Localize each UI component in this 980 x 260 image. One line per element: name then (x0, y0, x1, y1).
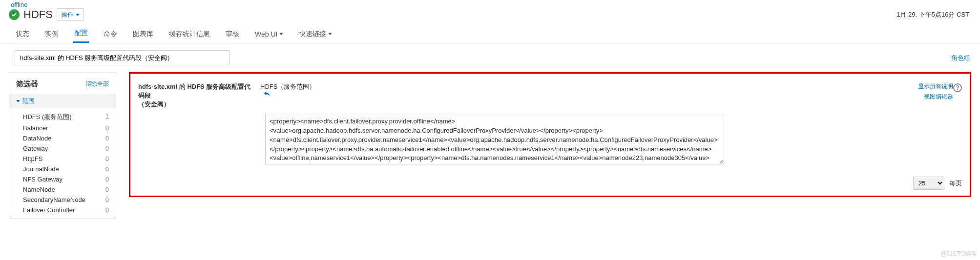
filter-item-count: 0 (105, 206, 109, 214)
tab-webui-label: Web UI (255, 30, 277, 38)
chevron-down-icon (16, 100, 20, 102)
filter-item-name: HttpFS (23, 155, 42, 162)
config-detail-panel: hdfs-site.xml 的 HDFS 服务高级配置代码段 （安全阀） HDF… (129, 72, 971, 197)
filter-item[interactable]: JournalNode0 (9, 164, 116, 174)
page-size-select[interactable]: 25 (913, 177, 944, 190)
show-all-descriptions-link[interactable]: 显示所有说明 (918, 82, 953, 91)
filter-item-name: Gateway (23, 145, 48, 152)
filter-item-count: 0 (105, 196, 109, 203)
page-title: HDFS (23, 8, 53, 21)
tab-bar: 状态 实例 配置 命令 图表库 缓存统计信息 审核 Web UI 快速链接 (0, 24, 980, 43)
filter-section-label: 范围 (22, 97, 35, 105)
filter-item[interactable]: NFS Gateway0 (9, 174, 116, 184)
operations-label: 操作 (61, 10, 74, 19)
config-xml-textarea[interactable]: <property><name>dfs.client.failover.prox… (265, 114, 724, 164)
tab-audit[interactable]: 审核 (225, 24, 240, 43)
help-icon[interactable]: ? (953, 83, 962, 92)
filter-item-count: 0 (105, 165, 109, 173)
filter-item-name: NFS Gateway (23, 176, 63, 183)
tab-quicklinks-label: 快速链接 (299, 30, 326, 39)
filter-item-count: 0 (105, 186, 109, 193)
breadcrumb-cluster[interactable]: offline (11, 1, 27, 8)
tab-commands[interactable]: 命令 (103, 24, 118, 43)
filter-item[interactable]: SecondaryNameNode0 (9, 195, 116, 205)
filter-item[interactable]: HDFS (服务范围)1 (9, 111, 116, 123)
tab-cache-stats[interactable]: 缓存统计信息 (168, 24, 211, 43)
filter-item[interactable]: Balancer0 (9, 123, 116, 133)
chevron-down-icon (328, 33, 332, 35)
filter-section-scope[interactable]: 范围 (9, 94, 116, 108)
filter-item-name: NameNode (23, 186, 55, 193)
filter-item-name: Balancer (23, 124, 48, 132)
config-scope-label: HDFS（服务范围） (260, 83, 315, 90)
tab-config[interactable]: 配置 (73, 24, 89, 43)
tab-status[interactable]: 状态 (15, 24, 30, 43)
tab-webui[interactable]: Web UI (254, 24, 284, 43)
filter-item-name: SecondaryNameNode (23, 196, 85, 203)
role-group-link[interactable]: 角色组 (951, 54, 970, 62)
tab-quicklinks[interactable]: 快速链接 (298, 24, 333, 43)
filter-item-count: 0 (105, 155, 109, 162)
filter-title: 筛选器 (16, 80, 38, 89)
filter-item-count: 0 (105, 124, 109, 132)
filter-item[interactable]: DataNode0 (9, 133, 116, 143)
filter-item[interactable]: Failover Controller0 (9, 205, 116, 215)
filter-item-name: DataNode (23, 135, 52, 142)
clear-all-link[interactable]: 清除全部 (85, 80, 109, 88)
per-page-label: 每页 (949, 179, 962, 188)
config-property-label: hdfs-site.xml 的 HDFS 服务高级配置代码段 （安全阀） (138, 82, 260, 109)
config-search-input[interactable] (15, 50, 229, 65)
view-editor-link[interactable]: 视图编辑器 (924, 93, 953, 101)
filter-item-count: 0 (105, 135, 109, 142)
tab-charts[interactable]: 图表库 (132, 24, 154, 43)
operations-dropdown[interactable]: 操作 (57, 8, 84, 21)
tab-instances[interactable]: 实例 (44, 24, 60, 43)
chevron-down-icon (279, 33, 283, 35)
filter-item[interactable]: NameNode0 (9, 184, 116, 195)
filter-item-count: 0 (105, 145, 109, 152)
filter-item-name: HDFS (服务范围) (23, 113, 72, 121)
filter-item-count: 0 (105, 176, 109, 183)
filter-item-name: Failover Controller (23, 206, 75, 214)
filter-item[interactable]: HttpFS0 (9, 154, 116, 164)
filter-item[interactable]: Gateway0 (9, 143, 116, 154)
filter-item-count: 1 (105, 113, 109, 121)
chevron-down-icon (76, 14, 80, 16)
filter-panel: 筛选器 清除全部 范围 HDFS (服务范围)1 Balancer0 DataN… (9, 72, 116, 219)
filter-item-name: JournalNode (23, 165, 59, 173)
status-ok-icon (9, 9, 20, 20)
timestamp: 1月 29, 下午5点16分 CST (897, 10, 969, 19)
undo-icon[interactable] (263, 92, 271, 100)
